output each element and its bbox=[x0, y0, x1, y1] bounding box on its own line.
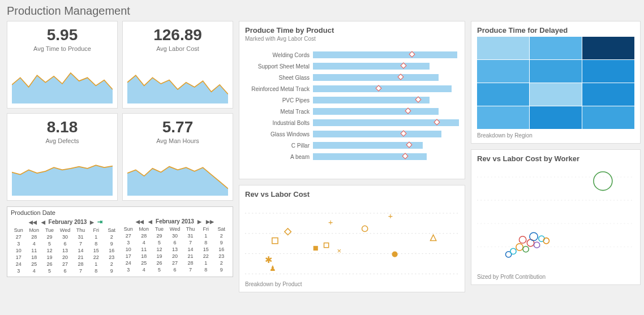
calendar-day[interactable]: 7 bbox=[183, 239, 198, 246]
calendar-day[interactable]: 22 bbox=[198, 253, 213, 260]
calendar-day[interactable]: 5 bbox=[152, 239, 167, 246]
calendar-next-icon[interactable]: ▶ bbox=[89, 219, 95, 225]
calendar-day[interactable]: 17 bbox=[121, 253, 136, 260]
calendar-day[interactable]: 12 bbox=[42, 247, 57, 254]
calendar-prev-icon[interactable]: ◀ bbox=[40, 219, 46, 225]
calendar-day[interactable]: 15 bbox=[198, 246, 213, 253]
calendar-day[interactable]: 28 bbox=[73, 261, 88, 267]
svg-point-12 bbox=[362, 226, 368, 231]
calendar-day[interactable]: 14 bbox=[73, 247, 88, 254]
calendar-day[interactable]: 31 bbox=[183, 232, 198, 239]
calendar-day[interactable]: 30 bbox=[57, 234, 72, 240]
calendar-day[interactable]: 14 bbox=[183, 246, 198, 253]
calendar-day[interactable]: 29 bbox=[42, 234, 57, 240]
calendar-day[interactable]: 24 bbox=[121, 260, 136, 266]
svg-point-21 bbox=[510, 248, 516, 254]
calendar-day[interactable]: 23 bbox=[214, 253, 229, 260]
calendar-day[interactable]: 10 bbox=[11, 247, 26, 254]
calendar-day[interactable]: 8 bbox=[198, 239, 213, 246]
calendar-day[interactable]: 13 bbox=[167, 246, 182, 253]
calendar-day[interactable]: 27 bbox=[121, 232, 136, 239]
calendar-day[interactable]: 2 bbox=[104, 261, 119, 267]
calendar-day[interactable]: 23 bbox=[104, 254, 119, 261]
calendar-day[interactable]: 9 bbox=[104, 240, 119, 247]
calendar-day[interactable]: 16 bbox=[104, 247, 119, 254]
calendar-day[interactable]: 22 bbox=[88, 254, 104, 261]
calendar-day[interactable]: 5 bbox=[42, 240, 57, 247]
calendar-day[interactable]: 1 bbox=[88, 234, 104, 240]
calendar-day[interactable]: 9 bbox=[214, 266, 229, 273]
bubble-chart bbox=[477, 164, 634, 271]
calendar-day[interactable]: 18 bbox=[136, 253, 151, 260]
calendar-day[interactable]: 28 bbox=[136, 232, 151, 239]
calendar-day[interactable]: 24 bbox=[11, 261, 26, 267]
calendar-next-fast-icon[interactable]: ▶▶ bbox=[205, 219, 215, 225]
calendar-day[interactable]: 7 bbox=[73, 267, 88, 274]
calendar-day[interactable]: 11 bbox=[136, 246, 151, 253]
calendar-day[interactable]: 2 bbox=[214, 260, 229, 266]
calendar-day[interactable]: 4 bbox=[136, 266, 151, 273]
calendar-day[interactable]: 16 bbox=[214, 246, 229, 253]
calendar-day[interactable]: 21 bbox=[73, 254, 88, 261]
calendar-day[interactable]: 31 bbox=[73, 234, 88, 240]
calendar-day[interactable]: 27 bbox=[11, 234, 26, 240]
calendar-day[interactable]: 13 bbox=[57, 247, 72, 254]
calendar-day[interactable]: 10 bbox=[121, 246, 136, 253]
calendar-day[interactable]: 4 bbox=[136, 239, 151, 246]
calendar-day[interactable]: 7 bbox=[183, 266, 198, 273]
calendar-day[interactable]: 2 bbox=[104, 234, 119, 240]
calendar-prev-fast-icon[interactable]: ◀◀ bbox=[28, 219, 38, 225]
calendar-day[interactable]: 27 bbox=[167, 260, 182, 266]
calendar-day[interactable]: 19 bbox=[42, 254, 57, 261]
calendar-day[interactable]: 26 bbox=[152, 260, 167, 266]
bar-label: A beam bbox=[245, 154, 313, 160]
calendar-day[interactable]: 6 bbox=[57, 267, 72, 274]
calendar-day[interactable]: 28 bbox=[183, 260, 198, 266]
calendar-day[interactable]: 3 bbox=[121, 266, 136, 273]
bar-fill bbox=[313, 51, 457, 58]
calendar-day[interactable]: 30 bbox=[167, 232, 182, 239]
bar-label: C Pillar bbox=[245, 143, 313, 149]
calendar-day[interactable]: 19 bbox=[152, 253, 167, 260]
calendar-day[interactable]: 9 bbox=[214, 239, 229, 246]
calendar-day[interactable]: 7 bbox=[73, 240, 88, 247]
calendar-prev-icon[interactable]: ◀ bbox=[147, 219, 153, 225]
calendar-range-icon[interactable]: ⇥ bbox=[97, 218, 102, 226]
calendar-day[interactable]: 1 bbox=[198, 260, 213, 266]
calendar-day[interactable]: 3 bbox=[121, 239, 136, 246]
calendar-day[interactable]: 20 bbox=[167, 253, 182, 260]
heat-card: Produce Time for Delayed Breakdown by Re… bbox=[471, 21, 641, 144]
calendar-day[interactable]: 20 bbox=[57, 254, 72, 261]
calendar-day[interactable]: 8 bbox=[88, 240, 104, 247]
calendar-day[interactable]: 4 bbox=[26, 240, 41, 247]
calendar-day[interactable]: 15 bbox=[88, 247, 104, 254]
calendar-day[interactable]: 5 bbox=[42, 267, 57, 274]
calendar-day[interactable]: 12 bbox=[152, 246, 167, 253]
calendar-day[interactable]: 25 bbox=[136, 260, 151, 266]
sparkline-chart bbox=[12, 57, 113, 103]
calendar-day[interactable]: 1 bbox=[88, 261, 104, 267]
calendar-prev-fast-icon[interactable]: ◀◀ bbox=[135, 219, 145, 225]
calendar-day[interactable]: 29 bbox=[152, 232, 167, 239]
calendar-day[interactable]: 6 bbox=[167, 266, 182, 273]
calendar-day[interactable]: 28 bbox=[26, 234, 41, 240]
calendar-day[interactable]: 5 bbox=[152, 266, 167, 273]
calendar-day[interactable]: 1 bbox=[198, 232, 213, 239]
calendar-day[interactable]: 8 bbox=[198, 266, 213, 273]
calendar-day[interactable]: 18 bbox=[26, 254, 41, 261]
calendar-day[interactable]: 27 bbox=[57, 261, 72, 267]
calendar-day[interactable]: 9 bbox=[104, 267, 119, 274]
calendar-day[interactable]: 6 bbox=[57, 240, 72, 247]
calendar-day[interactable]: 25 bbox=[26, 261, 41, 267]
calendar-day[interactable]: 6 bbox=[167, 239, 182, 246]
calendar-next-icon[interactable]: ▶ bbox=[196, 219, 203, 225]
calendar-day[interactable]: 3 bbox=[11, 267, 26, 274]
calendar-day[interactable]: 11 bbox=[26, 247, 41, 254]
calendar-day[interactable]: 17 bbox=[11, 254, 26, 261]
calendar-day[interactable]: 26 bbox=[42, 261, 57, 267]
calendar-day[interactable]: 2 bbox=[214, 232, 229, 239]
calendar-day[interactable]: 21 bbox=[183, 253, 198, 260]
calendar-day[interactable]: 8 bbox=[88, 267, 104, 274]
calendar-day[interactable]: 3 bbox=[11, 240, 26, 247]
calendar-day[interactable]: 4 bbox=[26, 267, 41, 274]
